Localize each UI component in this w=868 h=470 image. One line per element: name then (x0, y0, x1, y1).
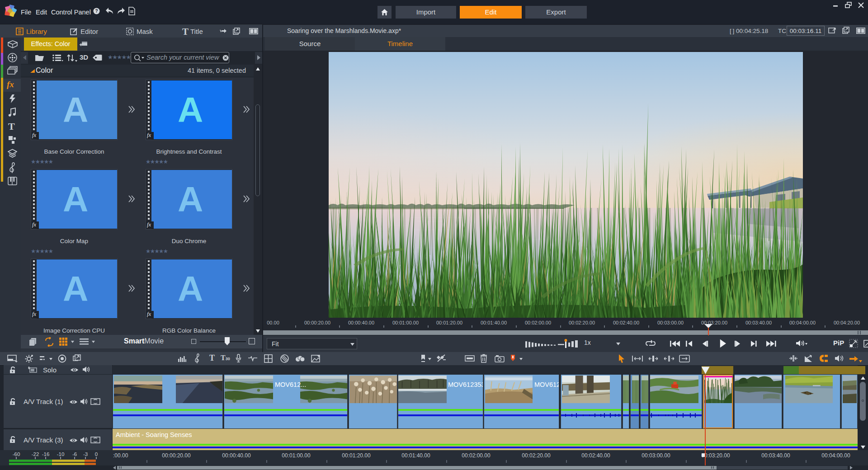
svg-text:?: ? (95, 9, 98, 14)
